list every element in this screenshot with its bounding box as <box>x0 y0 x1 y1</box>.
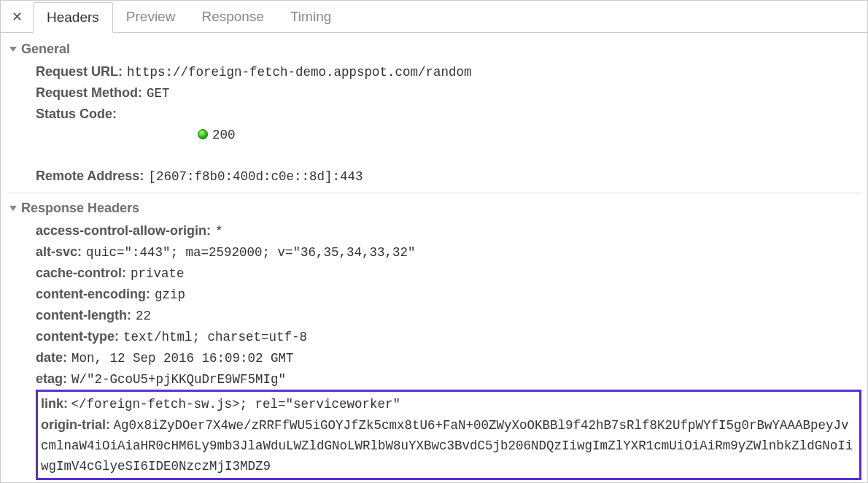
tab-bar: ✕ Headers Preview Response Timing <box>1 1 867 33</box>
response-headers-kv-block: access-control-allow-origin * alt-svc qu… <box>7 217 861 480</box>
label-link: link <box>41 396 68 411</box>
section-general-title: General <box>21 42 70 57</box>
label-cache: cache-control <box>36 263 126 283</box>
kv-link: link </foreign-fetch-sw.js>; rel="servic… <box>41 393 856 414</box>
label-cenc: content-encoding <box>36 284 150 304</box>
tab-timing[interactable]: Timing <box>277 1 344 32</box>
value-origin-trial: Ag0x8iZyDOer7X4we/zRRFfWU5iGOYJfZk5cmx8t… <box>41 418 853 474</box>
disclosure-triangle-icon <box>9 47 17 52</box>
kv-date: date Mon, 12 Sep 2016 16:09:02 GMT <box>36 347 861 368</box>
highlighted-headers: link </foreign-fetch-sw.js>; rel="servic… <box>36 390 861 480</box>
kv-ctype: content-type text/html; charset=utf-8 <box>36 326 861 347</box>
close-icon[interactable]: ✕ <box>1 1 33 32</box>
label-remote-address: Remote Address <box>36 166 144 186</box>
label-date: date <box>36 347 67 368</box>
value-request-url: https://foreign-fetch-demo.appspot.com/r… <box>127 62 472 82</box>
value-status-code: 200 <box>121 104 236 166</box>
kv-altsvc: alt-svc quic=":443"; ma=2592000; v="36,3… <box>36 242 861 263</box>
label-status-code: Status Code <box>36 104 117 124</box>
tab-headers[interactable]: Headers <box>33 2 113 33</box>
label-clen: content-length <box>36 305 131 325</box>
kv-acao: access-control-allow-origin * <box>36 220 861 242</box>
panel-content: General Request URL https://foreign-fetc… <box>1 33 867 482</box>
general-kv-block: Request URL https://foreign-fetch-demo.a… <box>7 58 861 187</box>
value-request-method: GET <box>147 83 170 104</box>
value-status-code-text: 200 <box>212 128 236 142</box>
kv-origin-trial: origin-trial Ag0x8iZyDOer7X4we/zRRFfWU5i… <box>41 414 856 476</box>
section-response-headers-toggle[interactable]: Response Headers <box>7 199 861 217</box>
section-general: General Request URL https://foreign-fetc… <box>7 40 861 193</box>
kv-remote-address: Remote Address [2607:f8b0:400d:c0e::8d]:… <box>36 166 861 187</box>
section-general-toggle[interactable]: General <box>7 40 861 58</box>
label-acao: access-control-allow-origin <box>36 220 211 241</box>
value-altsvc: quic=":443"; ma=2592000; v="36,35,34,33,… <box>86 242 416 263</box>
kv-status-code: Status Code 200 <box>36 104 861 166</box>
kv-request-url: Request URL https://foreign-fetch-demo.a… <box>36 61 861 82</box>
label-ctype: content-type <box>36 326 119 347</box>
kv-clen: content-length 22 <box>36 305 861 326</box>
disclosure-triangle-icon <box>9 206 17 211</box>
value-remote-address: [2607:f8b0:400d:c0e::8d]:443 <box>148 166 363 187</box>
section-response-headers: Response Headers access-control-allow-or… <box>7 193 861 482</box>
label-etag: etag <box>36 368 67 389</box>
label-origin-trial: origin-trial <box>41 417 110 432</box>
section-response-headers-title: Response Headers <box>21 201 139 216</box>
label-request-url: Request URL <box>36 61 123 82</box>
label-request-method: Request Method <box>36 82 142 103</box>
kv-cache: cache-control private <box>36 263 861 284</box>
tab-preview[interactable]: Preview <box>113 1 189 32</box>
value-acao: * <box>215 221 223 242</box>
value-etag: W/"2-GcoU5+pjKKQuDrE9WF5MIg" <box>71 369 286 390</box>
value-clen: 22 <box>136 306 151 326</box>
value-cache: private <box>131 263 185 284</box>
label-altsvc: alt-svc <box>36 242 82 262</box>
kv-request-method: Request Method GET <box>36 82 861 104</box>
value-ctype: text/html; charset=utf-8 <box>123 327 307 347</box>
value-date: Mon, 12 Sep 2016 16:09:02 GMT <box>71 348 294 368</box>
value-cenc: gzip <box>155 285 185 305</box>
kv-cenc: content-encoding gzip <box>36 284 861 305</box>
status-dot-icon <box>198 129 208 139</box>
kv-etag: etag W/"2-GcoU5+pjKKQuDrE9WF5MIg" <box>36 368 861 390</box>
tab-response[interactable]: Response <box>188 1 277 32</box>
value-link: </foreign-fetch-sw.js>; rel="servicework… <box>71 397 400 411</box>
